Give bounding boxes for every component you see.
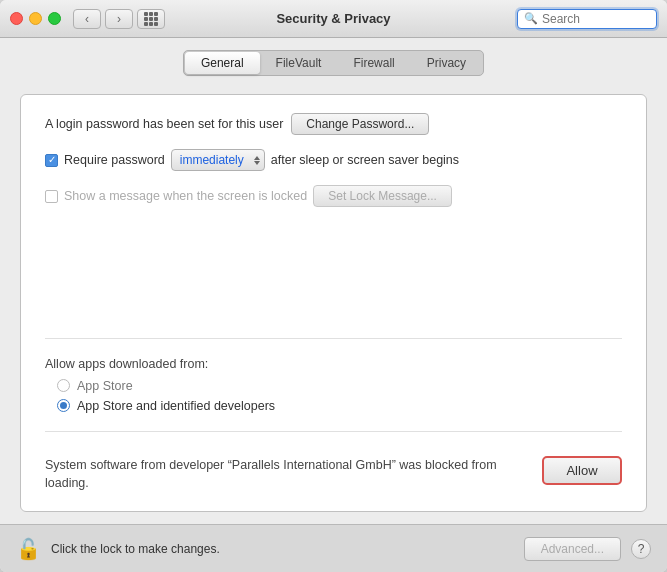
minimize-button[interactable]	[29, 12, 42, 25]
search-input[interactable]	[542, 12, 650, 26]
login-password-row: A login password has been set for this u…	[45, 113, 622, 135]
title-bar: ‹ › Security & Privacy 🔍	[0, 0, 667, 38]
tabs-container: General FileVault Firewall Privacy	[20, 50, 647, 76]
select-arrow-icon	[254, 156, 260, 165]
checkmark-icon: ✓	[48, 155, 56, 165]
app-store-radio-label: App Store	[77, 379, 133, 393]
window: ‹ › Security & Privacy 🔍 General FileVau…	[0, 0, 667, 572]
nav-buttons: ‹ ›	[73, 9, 133, 29]
lock-text: Click the lock to make changes.	[51, 542, 514, 556]
allow-apps-label: Allow apps downloaded from:	[45, 357, 622, 371]
show-message-label: Show a message when the screen is locked	[64, 189, 307, 203]
system-software-text: System software from developer “Parallel…	[45, 456, 528, 494]
show-message-checkbox[interactable]	[45, 190, 58, 203]
window-title: Security & Privacy	[276, 11, 390, 26]
help-icon: ?	[638, 542, 645, 556]
login-password-label: A login password has been set for this u…	[45, 117, 283, 131]
grid-icon	[144, 12, 158, 26]
close-button[interactable]	[10, 12, 23, 25]
bottom-bar: 🔓 Click the lock to make changes. Advanc…	[0, 524, 667, 572]
password-timing-value: immediately	[180, 153, 244, 167]
tab-general[interactable]: General	[185, 52, 260, 74]
allow-apps-section: Allow apps downloaded from: App Store Ap…	[45, 357, 622, 413]
tab-privacy[interactable]: Privacy	[411, 52, 482, 74]
forward-button[interactable]: ›	[105, 9, 133, 29]
allow-section: System software from developer “Parallel…	[45, 456, 622, 494]
maximize-button[interactable]	[48, 12, 61, 25]
app-store-radio-row: App Store	[57, 379, 622, 393]
tab-firewall[interactable]: Firewall	[337, 52, 410, 74]
traffic-lights	[10, 12, 61, 25]
help-button[interactable]: ?	[631, 539, 651, 559]
search-icon: 🔍	[524, 12, 538, 25]
password-timing-select[interactable]: immediately	[171, 149, 265, 171]
require-password-label: Require password	[64, 153, 165, 167]
require-password-row: ✓ Require password immediately after sle…	[45, 149, 622, 171]
set-lock-message-button[interactable]: Set Lock Message...	[313, 185, 452, 207]
app-store-radio[interactable]	[57, 379, 70, 392]
require-password-checkbox[interactable]: ✓	[45, 154, 58, 167]
back-button[interactable]: ‹	[73, 9, 101, 29]
app-store-identified-radio[interactable]	[57, 399, 70, 412]
tab-filevault[interactable]: FileVault	[260, 52, 338, 74]
allow-button[interactable]: Allow	[542, 456, 622, 485]
content-area: General FileVault Firewall Privacy A log…	[0, 38, 667, 524]
app-store-identified-radio-row: App Store and identified developers	[57, 399, 622, 413]
divider-2	[45, 431, 622, 432]
show-message-row: Show a message when the screen is locked…	[45, 185, 622, 207]
after-sleep-label: after sleep or screen saver begins	[271, 153, 459, 167]
divider	[45, 338, 622, 339]
radio-dot-icon	[60, 402, 67, 409]
tabs: General FileVault Firewall Privacy	[183, 50, 484, 76]
search-box[interactable]: 🔍	[517, 9, 657, 29]
lock-icon[interactable]: 🔓	[16, 537, 41, 561]
app-store-identified-radio-label: App Store and identified developers	[77, 399, 275, 413]
main-panel: A login password has been set for this u…	[20, 94, 647, 512]
grid-button[interactable]	[137, 9, 165, 29]
advanced-button[interactable]: Advanced...	[524, 537, 621, 561]
change-password-button[interactable]: Change Password...	[291, 113, 429, 135]
